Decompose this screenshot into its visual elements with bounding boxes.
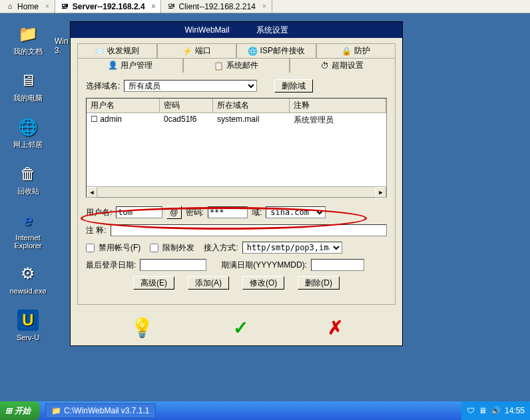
dialog-title-section: 系统设置 [256,25,288,36]
password-input[interactable] [208,206,248,218]
desktop-icon-ie[interactable]: eInternet Explorer [7,210,49,250]
domain-label: 域: [252,207,262,218]
select-domain-label: 选择域名: [86,81,120,92]
tab-usermgmt[interactable]: 👤用户管理 [77,58,183,73]
add-button[interactable]: 添加(A) [188,276,229,290]
dialog-titlebar[interactable]: WinWebMail 系统设置 [71,22,402,38]
username-input[interactable] [116,206,162,218]
start-button[interactable]: ⊞开始 [0,401,40,420]
clock: 14:55 [505,406,525,415]
select-domain[interactable]: 所有成员 [124,80,257,92]
home-icon: ⌂ [5,2,15,11]
user-list[interactable]: 用户名 密码 所在域名 注释 ☐ admin 0cad51f6 system.m… [86,98,387,198]
tab-port[interactable]: ⚡端口 [157,43,237,58]
desktop-icon-mydocs[interactable]: 📁我的文档 [7,23,49,55]
desktop-icon-recycle[interactable]: 🗑回收站 [7,163,49,195]
tab-client[interactable]: 🖳Client--192.168.2.214× [161,0,272,13]
lastlogin-label: 最后登录日期: [86,260,136,271]
scroll-right-icon[interactable]: ► [376,187,386,198]
delete-domain-button[interactable]: 删除域 [274,79,313,93]
computer-icon: 🖥 [17,70,39,91]
tab-home[interactable]: ⌂Home× [0,0,55,13]
browser-tabs: ⌂Home× 🖳Server--192.168.2.4× 🖳Client--19… [0,0,530,13]
taskbar: ⊞开始 📁C:\WinWebMail v3.7.1.1 🛡 🖥 🔊 14:55 [0,401,530,420]
globe-icon: 🌐 [248,47,258,56]
desktop-icon-mycomputer[interactable]: 🖥我的电脑 [7,70,49,102]
tab-expire[interactable]: ⏱超期设置 [290,58,396,73]
tab-row-1: 📨收发规则 ⚡端口 🌐ISP邮件接收 🔒防护 [77,43,396,58]
tab-sysmail[interactable]: 📋系统邮件 [183,58,289,73]
expire-label: 期满日期(YYYYMMDD): [221,260,307,271]
conn-label: 接入方式: [204,242,238,254]
windows-icon: ⊞ [5,406,12,415]
at-button[interactable]: @ [166,206,181,219]
folder-icon: 📁 [17,23,39,45]
scroll-left-icon[interactable]: ◄ [87,187,97,198]
check-icon[interactable]: ✓ [233,317,248,339]
desktop-icon-newsid[interactable]: ⚙newsid.exe [7,263,49,295]
desktop-icon-servu[interactable]: UServ-U [7,310,49,341]
network-icon: 🌐 [17,116,39,138]
dialog-bottom-icons: 💡 ✓ ✗ [71,310,402,345]
settings-dialog: WinWebMail 系统设置 📨收发规则 ⚡端口 🌐ISP邮件接收 🔒防护 👤… [70,21,403,346]
partial-icon-label: Win3. [55,37,69,55]
tab-sendrecv[interactable]: 📨收发规则 [77,43,157,58]
close-icon[interactable]: × [262,3,266,10]
tray-icon[interactable]: 🛡 [467,406,475,415]
list-scrollbar[interactable]: ◄ ► [87,186,386,197]
password-label: 密码: [186,207,204,218]
ie-icon: e [17,210,39,231]
limit-send-checkbox[interactable] [150,244,158,252]
servu-icon: U [17,310,39,331]
sysmail-icon: 📋 [214,61,224,71]
list-header: 用户名 密码 所在域名 注释 [87,99,386,113]
tab-isp[interactable]: 🌐ISP邮件接收 [236,43,316,58]
user-row-icon: ☐ [91,114,98,124]
close-icon[interactable]: × [152,3,156,10]
tray-icon[interactable]: 🖥 [479,406,487,415]
conn-select[interactable]: http/smtp/pop3,imap4 [242,242,342,254]
lock-icon: 🔒 [342,47,352,56]
taskbar-item[interactable]: 📁C:\WinWebMail v3.7.1.1 [45,403,156,418]
disable-account-checkbox[interactable] [86,244,95,252]
delete-button[interactable]: 删除(D) [298,276,340,290]
note-input[interactable] [111,224,387,236]
recycle-icon: 🗑 [17,163,39,184]
note-label: 注 释: [86,225,107,236]
bolt-icon: ⚡ [182,47,192,56]
tab-pane-usermgmt: 选择域名: 所有成员 删除域 用户名 密码 所在域名 注释 ☐ admin 0c… [77,73,396,305]
folder-icon: 📁 [51,406,61,415]
list-row[interactable]: ☐ admin 0cad51f6 system.mail 系统管理员 [87,113,386,127]
advanced-button[interactable]: 高级(E) [133,276,174,290]
bulb-icon[interactable]: 💡 [131,317,154,339]
server-icon: 🖳 [61,2,70,11]
close-icon[interactable]: × [45,3,49,10]
mail-icon: 📨 [95,47,105,56]
system-tray[interactable]: 🛡 🖥 🔊 14:55 [461,401,530,420]
username-label: 用户名: [86,207,112,218]
lastlogin-input[interactable] [140,259,206,271]
client-icon: 🖳 [166,2,176,11]
modify-button[interactable]: 修改(O) [242,276,284,290]
tray-icon[interactable]: 🔊 [491,406,501,415]
tab-server[interactable]: 🖳Server--192.168.2.4× [55,0,162,13]
tab-protect[interactable]: 🔒防护 [316,43,396,58]
clock-icon: ⏱ [321,61,329,71]
expire-input[interactable] [311,259,364,271]
dialog-title-app: WinWebMail [184,25,229,35]
cross-icon[interactable]: ✗ [328,317,343,339]
domain-select[interactable]: sina.com [266,206,326,218]
exe-icon: ⚙ [17,263,39,284]
tab-row-2: 👤用户管理 📋系统邮件 ⏱超期设置 [77,58,396,73]
user-icon: 👤 [108,61,118,70]
desktop-icon-network[interactable]: 🌐网上邻居 [7,116,49,148]
